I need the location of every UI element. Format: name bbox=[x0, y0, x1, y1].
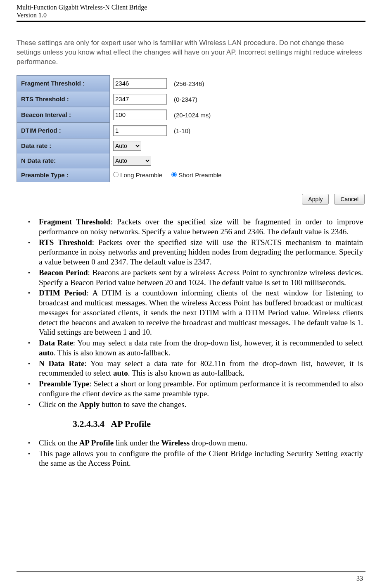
preamble-long-radio[interactable] bbox=[113, 172, 119, 177]
rts-term: RTS Threshold bbox=[39, 238, 92, 247]
row-beacon: Beacon Interval : (20-1024 ms) bbox=[17, 107, 233, 123]
row-fragment: Fragment Threshold : (256-2346) bbox=[17, 76, 233, 91]
dtim-label: DTIM Period : bbox=[17, 123, 110, 138]
bullet-approfile-desc: This page allows you to configure the pr… bbox=[31, 449, 363, 469]
preamble-long-label[interactable]: Long Preamble bbox=[113, 171, 164, 179]
row-ndatarate: N Data rate: Auto bbox=[17, 153, 233, 168]
bullet-dtim: DTIM Period: A DTIM is a countdown infor… bbox=[31, 288, 363, 337]
warning-text: These settings are only for expert user … bbox=[17, 38, 365, 67]
ndatarate-term: N Data Rate bbox=[39, 359, 84, 368]
row-preamble: Preamble Type : Long Preamble Short Prea… bbox=[17, 168, 233, 182]
row-dtim: DTIM Period : (1-10) bbox=[17, 123, 233, 138]
doc-content: Fragment Threshold: Packets over the spe… bbox=[0, 217, 382, 468]
fragment-label: Fragment Threshold : bbox=[17, 76, 110, 91]
approfile-t3: drop-down menu. bbox=[190, 438, 247, 447]
settings-table: Fragment Threshold : (256-2346) RTS Thre… bbox=[17, 75, 233, 182]
header-title-2: Version 1.0 bbox=[17, 11, 365, 19]
section-title: AP Profile bbox=[111, 419, 151, 429]
apply-desc-1: Click on the bbox=[39, 400, 79, 409]
bullet-fragment: Fragment Threshold: Packets over the spe… bbox=[31, 217, 363, 237]
dtim-term: DTIM Period bbox=[39, 288, 86, 297]
bullet-datarate: Data Rate: You may select a data rate fr… bbox=[31, 338, 363, 358]
header-rule bbox=[17, 21, 365, 22]
beacon-input[interactable] bbox=[113, 110, 167, 120]
bullet-beacon: Beacon Period: Beacons are packets sent … bbox=[31, 268, 363, 288]
fragment-term: Fragment Threshold bbox=[39, 217, 110, 226]
page-number: 33 bbox=[356, 575, 363, 582]
datarate-label: Data rate : bbox=[17, 138, 110, 153]
fragment-input[interactable] bbox=[113, 78, 167, 89]
apply-button[interactable]: Apply bbox=[302, 194, 329, 205]
bullet-preamble: Preamble Type: Select a short or long pr… bbox=[31, 379, 363, 399]
rts-label: RTS Threshold : bbox=[17, 91, 110, 107]
approfile-b1: AP Profile bbox=[79, 438, 114, 447]
preamble-long-text: Long Preamble bbox=[120, 171, 162, 179]
preamble-short-label[interactable]: Short Preamble bbox=[171, 171, 221, 179]
section-heading: 3.2.4.3.4 AP Profile bbox=[73, 418, 363, 430]
dtim-desc: : A DTIM is a countdown informing client… bbox=[39, 288, 363, 336]
datarate-desc-1: : You may select a data rate from the dr… bbox=[73, 338, 363, 347]
beacon-label: Beacon Interval : bbox=[17, 107, 110, 123]
approfile-t2: link under the bbox=[114, 438, 161, 447]
rts-hint: (0-2347) bbox=[174, 96, 197, 103]
preamble-short-text: Short Preamble bbox=[178, 171, 221, 179]
approfile-t1: Click on the bbox=[39, 438, 79, 447]
apply-desc-2: button to save the changes. bbox=[100, 400, 186, 409]
preamble-label: Preamble Type : bbox=[17, 168, 110, 182]
footer-rule bbox=[17, 571, 365, 572]
beacon-term: Beacon Period bbox=[39, 268, 88, 277]
fragment-hint: (256-2346) bbox=[174, 80, 204, 87]
datarate-term: Data Rate bbox=[39, 338, 73, 347]
ndatarate-desc-2: . This is also known as auto-fallback. bbox=[128, 369, 245, 377]
bullets-list-1: Fragment Threshold: Packets over the spe… bbox=[19, 217, 363, 409]
bullets-list-2: Click on the AP Profile link under the W… bbox=[19, 438, 363, 468]
datarate-desc-2: . This is also known as auto-fallback. bbox=[54, 348, 171, 357]
cancel-button[interactable]: Cancel bbox=[334, 194, 365, 205]
section-number: 3.2.4.3.4 bbox=[73, 419, 104, 429]
preamble-term: Preamble Type bbox=[39, 379, 89, 388]
approfile-b2: Wireless bbox=[161, 438, 190, 447]
bullet-apply: Click on the Apply button to save the ch… bbox=[31, 400, 363, 409]
ndatarate-label: N Data rate: bbox=[17, 153, 110, 168]
datarate-auto: auto bbox=[39, 348, 54, 357]
dtim-hint: (1-10) bbox=[174, 127, 190, 134]
ndatarate-auto: auto bbox=[113, 369, 128, 377]
beacon-desc: : Beacons are packets sent by a wireless… bbox=[39, 268, 363, 287]
settings-screenshot: These settings are only for expert user … bbox=[17, 38, 365, 205]
dtim-input[interactable] bbox=[113, 125, 167, 136]
row-datarate: Data rate : Auto bbox=[17, 138, 233, 153]
preamble-short-radio[interactable] bbox=[171, 172, 177, 177]
row-rts: RTS Threshold : (0-2347) bbox=[17, 91, 233, 107]
rts-input[interactable] bbox=[113, 94, 167, 105]
header-title-1: Multi-Function Gigabit Wireless-N Client… bbox=[17, 3, 365, 11]
bullet-rts: RTS Threshold: Packets over the specifie… bbox=[31, 238, 363, 267]
apply-term: Apply bbox=[79, 400, 100, 409]
ndatarate-select[interactable]: Auto bbox=[113, 156, 151, 166]
beacon-hint: (20-1024 ms) bbox=[174, 112, 211, 119]
bullet-approfile-link: Click on the AP Profile link under the W… bbox=[31, 438, 363, 448]
button-row: Apply Cancel bbox=[17, 194, 365, 205]
datarate-select[interactable]: Auto bbox=[113, 141, 141, 151]
bullet-ndatarate: N Data Rate: You may select a data rate … bbox=[31, 359, 363, 379]
